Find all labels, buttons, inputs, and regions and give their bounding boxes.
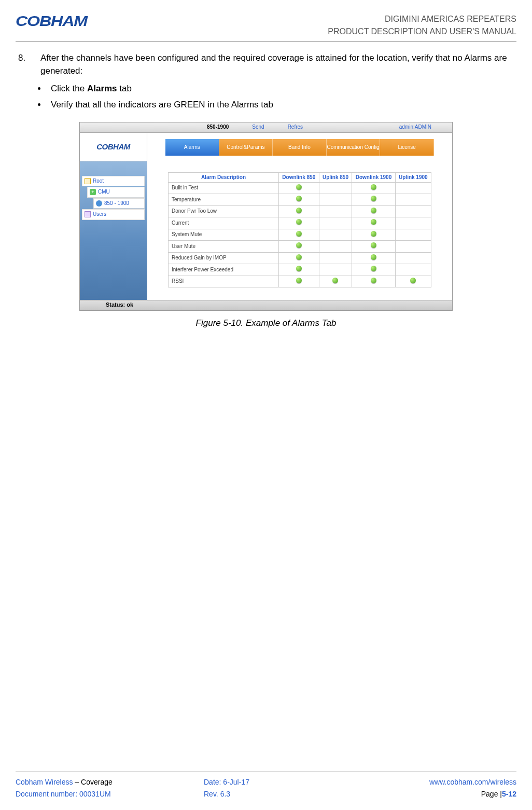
th-ul1900: Uplink 1900	[395, 172, 431, 182]
doc-title-block: DIGIMINI AMERICAS REPEATERS PRODUCT DESC…	[328, 13, 516, 38]
cell-dl850	[278, 229, 319, 241]
user-icon	[85, 211, 91, 217]
doc-title-1: DIGIMINI AMERICAS REPEATERS	[328, 13, 516, 25]
ss-topbar: 850-1900 Send Refres admin:ADMIN	[80, 122, 452, 133]
ss-refresh-link[interactable]: Refres	[288, 123, 303, 131]
cell-dl850	[278, 276, 319, 287]
status-dot-icon	[371, 184, 376, 190]
step-number: 8.	[18, 52, 31, 77]
status-dot-icon	[296, 196, 302, 201]
cell-desc: User Mute	[169, 241, 279, 253]
cell-ul850	[319, 229, 352, 241]
cell-ul1900	[395, 229, 431, 241]
cell-dl1900	[352, 205, 395, 217]
step-8: 8. After the channels have been configur…	[18, 52, 514, 77]
cell-ul1900	[395, 241, 431, 253]
ss-logo: COBHAM	[96, 141, 130, 153]
body-content: 8. After the channels have been configur…	[16, 52, 516, 330]
tree-band[interactable]: 850 - 1900	[93, 198, 145, 209]
cell-ul1900	[395, 205, 431, 217]
footer-left-2: Document number: 00031UM	[16, 788, 204, 800]
table-row: Donor Pwr Too Low	[169, 205, 431, 217]
bullet-1-post: tab	[117, 84, 132, 93]
tree-cmu-label: CMU	[98, 188, 110, 196]
footer-center-2: Rev. 6.3	[204, 788, 328, 800]
footer-divider	[16, 772, 516, 772]
step-text: After the channels have been configured …	[40, 52, 514, 77]
cell-dl1900	[352, 229, 395, 241]
footer-page-label: Page |	[481, 790, 502, 798]
ss-tabs: Alarms Control&Params Band Info Communic…	[147, 133, 452, 156]
cell-ul850	[319, 217, 352, 229]
cell-desc: Current	[169, 217, 279, 229]
cell-dl1900	[352, 194, 395, 206]
cell-ul1900	[395, 264, 431, 276]
cell-ul850	[319, 205, 352, 217]
ss-tree: Root + CMU 850 - 1900 Users	[80, 161, 147, 220]
header-divider	[16, 41, 516, 42]
ss-logo-area: COBHAM	[80, 133, 147, 161]
cell-ul850	[319, 252, 352, 264]
th-dl850: Downlink 850	[278, 172, 319, 182]
cell-ul1900	[395, 252, 431, 264]
footer-right-2: Page |5-12	[328, 788, 516, 800]
cell-dl1900	[352, 241, 395, 253]
table-row: Built in Test	[169, 182, 431, 194]
cell-dl1900	[352, 264, 395, 276]
tree-root[interactable]: Root	[82, 176, 145, 187]
doc-title-2: PRODUCT DESCRIPTION AND USER'S MANUAL	[328, 25, 516, 38]
footer-center-1: Date: 6-Jul-17	[204, 776, 328, 788]
table-row: RSSI	[169, 276, 431, 287]
table-row: Temperature	[169, 194, 431, 206]
ss-send-link[interactable]: Send	[252, 123, 264, 131]
cell-dl850	[278, 194, 319, 206]
tab-alarms[interactable]: Alarms	[165, 139, 219, 156]
ss-device-name: 850-1900	[207, 123, 229, 131]
tree-root-label: Root	[93, 177, 104, 185]
cell-ul850	[319, 182, 352, 194]
ss-status-bar: Status: ok	[80, 300, 452, 310]
table-row: User Mute	[169, 241, 431, 253]
cell-ul850	[319, 194, 352, 206]
ss-body: COBHAM Root + CMU 850 - 1900	[80, 133, 452, 300]
status-dot-icon	[296, 254, 302, 260]
cell-desc: Donor Pwr Too Low	[169, 205, 279, 217]
status-dot-icon	[296, 208, 302, 213]
cell-desc: Built in Test	[169, 182, 279, 194]
status-dot-icon	[296, 231, 302, 237]
cell-desc: Interferer Power Exceeded	[169, 264, 279, 276]
status-dot-icon	[371, 196, 376, 201]
cell-dl850	[278, 241, 319, 253]
step-bullets: Click the Alarms tab Verify that all the…	[47, 83, 514, 111]
tree-cmu[interactable]: + CMU	[87, 187, 145, 198]
tree-users[interactable]: Users	[82, 209, 145, 220]
tab-control-params[interactable]: Control&Params	[219, 139, 273, 156]
house-icon	[85, 178, 91, 184]
bullet-1: Click the Alarms tab	[47, 83, 514, 95]
ss-main: Alarms Control&Params Band Info Communic…	[147, 133, 452, 300]
th-desc: Alarm Description	[169, 172, 279, 182]
cell-dl1900	[352, 182, 395, 194]
footer-row-1: Cobham Wireless – Coverage Date: 6-Jul-1…	[16, 776, 516, 788]
footer-right-1: www.cobham.com/wireless	[328, 776, 516, 788]
cell-dl1900	[352, 217, 395, 229]
bullet-1-pre: Click the	[51, 84, 87, 93]
tab-license[interactable]: License	[380, 139, 434, 156]
cell-dl850	[278, 205, 319, 217]
cell-ul1900	[395, 217, 431, 229]
screenshot-figure: 850-1900 Send Refres admin:ADMIN COBHAM …	[79, 122, 453, 311]
cell-dl850	[278, 264, 319, 276]
status-dot-icon	[296, 219, 302, 225]
footer-page-number: 5-12	[502, 790, 516, 798]
cell-ul850	[319, 241, 352, 253]
footer-coverage: – Coverage	[73, 778, 112, 786]
tab-comm-config[interactable]: Communication Config	[327, 139, 381, 156]
page-footer: Cobham Wireless – Coverage Date: 6-Jul-1…	[16, 772, 516, 800]
cobham-logo: COBHAM	[16, 13, 87, 30]
table-row: Reduced Gain by IMOP	[169, 252, 431, 264]
footer-company: Cobham Wireless	[16, 778, 73, 786]
ss-sidebar: COBHAM Root + CMU 850 - 1900	[80, 133, 147, 300]
cell-dl850	[278, 182, 319, 194]
tab-band-info[interactable]: Band Info	[273, 139, 327, 156]
table-header-row: Alarm Description Downlink 850 Uplink 85…	[169, 172, 431, 182]
